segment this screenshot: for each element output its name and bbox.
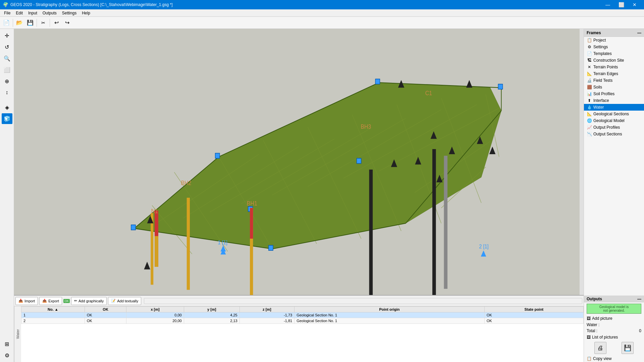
table-cell: OK <box>484 318 583 324</box>
save-button[interactable]: 💾 <box>25 18 35 27</box>
zoom-tool-button[interactable]: 🔍 <box>2 53 12 64</box>
maximize-button[interactable]: ⬜ <box>614 0 628 9</box>
frame-label: Output Profiles <box>593 125 620 130</box>
col-no: No. ▲ <box>21 307 85 312</box>
frame-item-output-sections[interactable]: 📉Output Sections <box>584 131 644 137</box>
add-tool-button[interactable]: ⊕ <box>2 76 12 86</box>
frames-collapse-icon[interactable]: — <box>637 31 641 35</box>
save-output-button[interactable]: 💾 <box>622 342 634 354</box>
settings-tool-button[interactable]: ⚙ <box>2 350 12 361</box>
select-tool-button[interactable]: ⬜ <box>2 64 12 75</box>
outputs-collapse-icon[interactable]: — <box>637 297 641 301</box>
table-row[interactable]: 1OK0,004,25-1,73Geological Section No. 1… <box>21 312 584 318</box>
menu-edit[interactable]: Edit <box>13 10 25 16</box>
import-button[interactable]: 📥 Import <box>15 297 38 305</box>
frame-item-geological-model[interactable]: 🌐Geological Model <box>584 117 644 124</box>
import-icon: 📥 <box>18 299 23 303</box>
app-icon: 🌍 GEOS 2020 - Stratigraphy (Logs, Cross … <box>3 2 173 7</box>
add-textually-button[interactable]: 📝 Add textually <box>108 297 141 305</box>
water-output-row: Water : <box>584 322 644 328</box>
col-origin: Point origin <box>294 307 485 312</box>
frame-item-terrain-edges[interactable]: 📐Terrain Edges <box>584 70 644 77</box>
redo-button[interactable]: ↪ <box>62 18 72 27</box>
add-picture-item[interactable]: 🖼 Add picture <box>584 315 644 322</box>
frame-icon: 🔬 <box>587 78 592 83</box>
frame-label: Field Tests <box>593 78 612 83</box>
scissor-button[interactable]: ✂ <box>38 18 48 27</box>
minimize-button[interactable]: — <box>601 0 614 9</box>
table-row[interactable]: 2OK20,002,13-1,81Geological Section No. … <box>21 318 584 324</box>
svg-rect-32 <box>151 213 153 285</box>
3d-tool-button[interactable]: 🧊 <box>2 113 12 124</box>
frame-label: Interface <box>593 98 609 103</box>
table-cell: OK <box>484 312 583 318</box>
frame-icon: 📋 <box>587 38 592 43</box>
svg-rect-33 <box>187 198 190 290</box>
svg-text:BH2: BH2 <box>181 179 191 186</box>
grid-tool-button[interactable]: ⊞ <box>2 339 12 349</box>
toolbar-separator-3 <box>50 19 50 27</box>
export-button[interactable]: 📤 Export <box>39 297 62 305</box>
svg-rect-24 <box>498 84 502 89</box>
frame-item-soil-profiles[interactable]: 📊Soil Profiles <box>584 90 644 97</box>
svg-rect-36 <box>369 170 373 295</box>
undo-button[interactable]: ↩ <box>51 18 61 27</box>
table-cell: 2 <box>21 318 85 324</box>
water-side-label: Water <box>14 306 21 362</box>
frame-icon: 📈 <box>587 125 592 130</box>
resize-tool-button[interactable]: ↕ <box>2 87 12 98</box>
frame-item-interface[interactable]: ⬆Interface <box>584 97 644 104</box>
frame-item-field-tests[interactable]: 🔬Field Tests <box>584 77 644 84</box>
menu-outputs[interactable]: Outputs <box>40 10 59 16</box>
frame-label: Geological Sections <box>593 112 629 116</box>
frame-item-construction-site[interactable]: 🏗Construction Site <box>584 57 644 64</box>
frame-icon: ⚙ <box>587 45 592 49</box>
frame-item-settings[interactable]: ⚙Settings <box>584 44 644 50</box>
frame-label: Soils <box>593 85 602 89</box>
viewport-scrollbar[interactable] <box>580 29 584 295</box>
svg-text:BH3: BH3 <box>361 123 371 130</box>
col-z: z [m] <box>239 307 294 312</box>
menu-settings[interactable]: Settings <box>59 10 79 16</box>
table-cell: OK <box>85 312 126 318</box>
add-picture-icon: 🖼 <box>587 316 591 321</box>
menu-file[interactable]: File <box>1 10 13 16</box>
scene-svg: 1 [1] 2 [1] C1 BH3 BH2 BH1 N1 <box>14 29 584 295</box>
add-graphically-button[interactable]: ✏ Add graphically <box>71 297 107 305</box>
close-button[interactable]: ✕ <box>628 0 641 9</box>
frame-item-soils[interactable]: 🟫Soils <box>584 84 644 90</box>
open-button[interactable]: 📂 <box>14 18 24 27</box>
print-button[interactable]: 🖨 <box>594 342 606 354</box>
frame-label: Templates <box>593 51 612 56</box>
title-bar: 🌍 GEOS 2020 - Stratigraphy (Logs, Cross … <box>0 0 644 9</box>
copy-view-row[interactable]: 📋 Copy view <box>584 355 644 362</box>
rotate-tool-button[interactable]: ↺ <box>2 42 12 52</box>
svg-text:N1: N1 <box>151 207 158 215</box>
new-button[interactable]: 📄 <box>1 18 11 27</box>
menu-bar: File Edit Input Outputs Settings Help <box>0 9 644 17</box>
table-cell: Geological Section No. 1 <box>294 318 485 324</box>
frame-label: Output Sections <box>593 132 622 136</box>
menu-input[interactable]: Input <box>25 10 40 16</box>
frame-icon: 📊 <box>587 92 592 96</box>
svg-rect-26 <box>215 153 220 158</box>
ok-badge: OK <box>63 299 70 303</box>
frame-item-output-profiles[interactable]: 📈Output Profiles <box>584 124 644 131</box>
list-pictures-item[interactable]: 🖼 List of pictures <box>584 334 644 341</box>
move-tool-button[interactable]: ✛ <box>2 30 12 41</box>
outputs-header: Outputs — <box>584 296 644 302</box>
frame-item-water[interactable]: 💧Water <box>584 104 644 111</box>
frame-item-geological-sections[interactable]: 📐Geological Sections <box>584 111 644 117</box>
viewport[interactable]: 1 [1] 2 [1] C1 BH3 BH2 BH1 N1 <box>14 29 584 295</box>
snap-tool-button[interactable]: ◈ <box>2 102 12 113</box>
menu-help[interactable]: Help <box>79 10 93 16</box>
frame-item-project[interactable]: 📋Project <box>584 37 644 44</box>
col-x: x [m] <box>126 307 184 312</box>
frame-item-terrain-points[interactable]: ✕Terrain Points <box>584 64 644 70</box>
bottom-scrollbar[interactable] <box>144 298 582 304</box>
frame-item-templates[interactable]: 📄Templates <box>584 50 644 57</box>
left-sidebar: ✛ ↺ 🔍 ⬜ ⊕ ↕ ◈ 🧊 ⊞ ⚙ <box>0 29 14 362</box>
svg-rect-37 <box>432 149 436 295</box>
window-title: GEOS 2020 - Stratigraphy (Logs, Cross Se… <box>10 2 173 7</box>
table-body: 1OK0,004,25-1,73Geological Section No. 1… <box>21 312 584 324</box>
